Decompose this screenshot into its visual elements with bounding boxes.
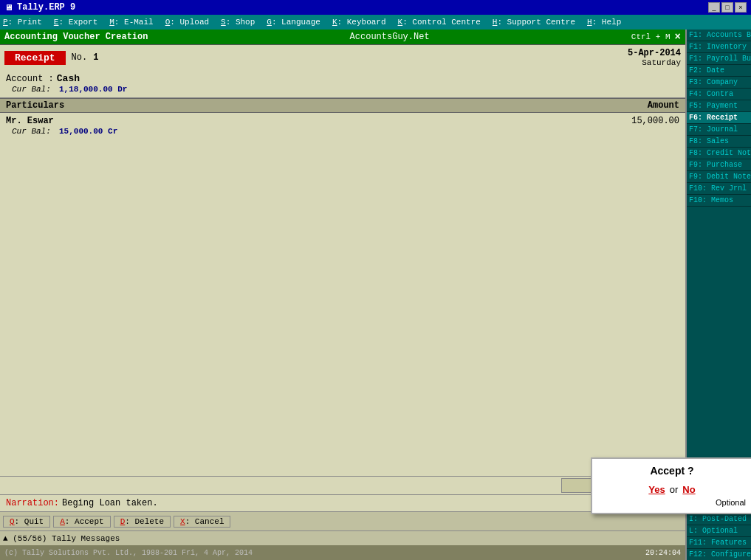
voucher-type-badge: Receipt bbox=[4, 51, 66, 65]
close-button[interactable]: × bbox=[735, 2, 747, 13]
sidebar-payroll-buttons[interactable]: F1: Payroll Buttons bbox=[687, 53, 751, 65]
sidebar-date[interactable]: F2: Date bbox=[687, 65, 751, 77]
sidebar-post-dated[interactable]: I: Post-Dated bbox=[687, 514, 751, 525]
ctrl-m-label: Ctrl + M bbox=[631, 32, 671, 41]
yes-button[interactable]: Yes bbox=[648, 484, 665, 495]
dialog-title: Accept ? bbox=[598, 465, 746, 477]
ledger-row: Mr. Eswar Cur Bal: 15,000.00 Cr 15,000.0… bbox=[6, 116, 679, 136]
header-bar: Accounting Voucher Creation AccountsGuy.… bbox=[0, 30, 685, 45]
title-bar: 🖥 Tally.ERP 9 _ □ × bbox=[0, 0, 751, 15]
ledger-cur-bal-label: Cur Bal: bbox=[12, 127, 51, 136]
sidebar-receipt[interactable]: F6: Receipt bbox=[687, 112, 751, 124]
accept-button[interactable]: A: Accept bbox=[53, 516, 110, 528]
minimize-button[interactable]: _ bbox=[708, 2, 720, 13]
account-label: Account : bbox=[6, 74, 54, 84]
sidebar-optional[interactable]: L: Optional bbox=[687, 525, 751, 537]
status-time: 20:24:04 bbox=[645, 549, 681, 557]
sidebar-configure[interactable]: F12: Configure bbox=[687, 549, 751, 560]
voucher-type-bar: Receipt No. 1 5-Apr-2014 Saturday bbox=[0, 45, 685, 70]
bottom-bar: Q: Quit A: Accept D: Delete X: Cancel bbox=[0, 511, 685, 530]
sidebar-rev-jrnl[interactable]: F10: Rev Jrnl bbox=[687, 183, 751, 195]
menu-support[interactable]: H: Support Centre bbox=[493, 18, 575, 27]
no-button[interactable]: No bbox=[682, 484, 695, 495]
sidebar-inventory-buttons[interactable]: F1: Inventory Butto bbox=[687, 41, 751, 53]
status-bar: (c) Tally Solutions Pvt. Ltd., 1988-201 … bbox=[0, 545, 685, 560]
menu-print[interactable]: P: Print bbox=[3, 18, 42, 27]
voucher-day: Saturday bbox=[628, 58, 681, 67]
main-container: Accounting Voucher Creation AccountsGuy.… bbox=[0, 30, 751, 560]
or-label: or bbox=[670, 484, 679, 495]
sidebar-memos[interactable]: F10: Memos bbox=[687, 195, 751, 207]
ledger-amount: 15,000.00 bbox=[631, 116, 679, 126]
messages-bar[interactable]: ▲ (55/56) Tally Messages bbox=[0, 530, 685, 545]
optional-label: Optional bbox=[598, 498, 746, 507]
ledger-name: Mr. Eswar bbox=[6, 116, 117, 126]
sidebar-debit-note[interactable]: F9: Debit Note bbox=[687, 171, 751, 183]
menu-bar: P: Print E: Export M: E-Mail O: Upload S… bbox=[0, 15, 751, 30]
dialog-options: Yes or No bbox=[598, 484, 746, 495]
sidebar-payment[interactable]: F5: Payment bbox=[687, 100, 751, 112]
sidebar-journal[interactable]: F7: Journal bbox=[687, 124, 751, 136]
narration-text: Beging Loan taken. bbox=[62, 498, 679, 508]
content-area: Accounting Voucher Creation AccountsGuy.… bbox=[0, 30, 687, 560]
voucher-number: 1 bbox=[93, 52, 98, 63]
voucher-date: 5-Apr-2014 bbox=[628, 48, 681, 58]
quit-button[interactable]: Q: Quit bbox=[3, 516, 50, 528]
col-particulars: Particulars bbox=[6, 100, 64, 111]
accept-dialog: Accept ? Yes or No Optional bbox=[591, 457, 751, 514]
menu-help[interactable]: H: Help bbox=[587, 18, 621, 27]
ledger-cur-bal-value: 15,000.00 Cr bbox=[56, 127, 117, 136]
account-name: Cash bbox=[57, 73, 80, 84]
title-icon: 🖥 bbox=[4, 3, 13, 13]
ledger-area: Mr. Eswar Cur Bal: 15,000.00 Cr 15,000.0… bbox=[0, 113, 685, 476]
maximize-button[interactable]: □ bbox=[721, 2, 733, 13]
app-title: Tally.ERP 9 bbox=[17, 2, 75, 13]
sidebar-company[interactable]: F3: Company bbox=[687, 77, 751, 89]
sidebar-sales[interactable]: F8: Sales bbox=[687, 136, 751, 148]
header-close-btn[interactable]: × bbox=[675, 31, 681, 43]
cur-bal-value: 1,18,000.00 Dr bbox=[56, 85, 127, 94]
cancel-button[interactable]: X: Cancel bbox=[174, 516, 230, 528]
window-controls: _ □ × bbox=[708, 2, 747, 13]
amount-total-area bbox=[0, 476, 685, 494]
voucher-no-label: No. bbox=[72, 52, 88, 63]
sidebar-features[interactable]: F11: Features bbox=[687, 537, 751, 549]
menu-email[interactable]: M: E-Mail bbox=[109, 18, 153, 27]
menu-shop[interactable]: S: Shop bbox=[221, 18, 255, 27]
delete-button[interactable]: D: Delete bbox=[114, 516, 171, 528]
menu-export[interactable]: E: Export bbox=[54, 18, 97, 27]
menu-language[interactable]: G: Language bbox=[267, 18, 320, 27]
website-label: AccountsGuy.Net bbox=[350, 32, 430, 42]
sidebar-credit-note[interactable]: F8: Credit Note bbox=[687, 148, 751, 159]
menu-control-centre[interactable]: K: Control Centre bbox=[398, 18, 481, 27]
menu-upload[interactable]: O: Upload bbox=[165, 18, 209, 27]
narration-label: Narration: bbox=[6, 498, 59, 508]
account-section: Account : Cash Cur Bal: 1,18,000.00 Dr bbox=[0, 70, 685, 98]
status-path: (c) Tally Solutions Pvt. Ltd., 1988-201 … bbox=[4, 549, 253, 557]
menu-keyboard[interactable]: K: Keyboard bbox=[332, 18, 386, 27]
narration-area: Narration: Beging Loan taken. Accept ? Y… bbox=[0, 494, 685, 511]
messages-label: ▲ (55/56) Tally Messages bbox=[3, 534, 120, 543]
col-amount: Amount bbox=[648, 100, 679, 111]
sidebar-accounts-buttons[interactable]: F1: Accounts Butto bbox=[687, 30, 751, 41]
table-header: Particulars Amount bbox=[0, 98, 685, 113]
page-title: Accounting Voucher Creation bbox=[4, 32, 148, 42]
cur-bal-label: Cur Bal: bbox=[12, 85, 51, 94]
sidebar-contra[interactable]: F4: Contra bbox=[687, 89, 751, 100]
sidebar-purchase[interactable]: F9: Purchase bbox=[687, 159, 751, 171]
